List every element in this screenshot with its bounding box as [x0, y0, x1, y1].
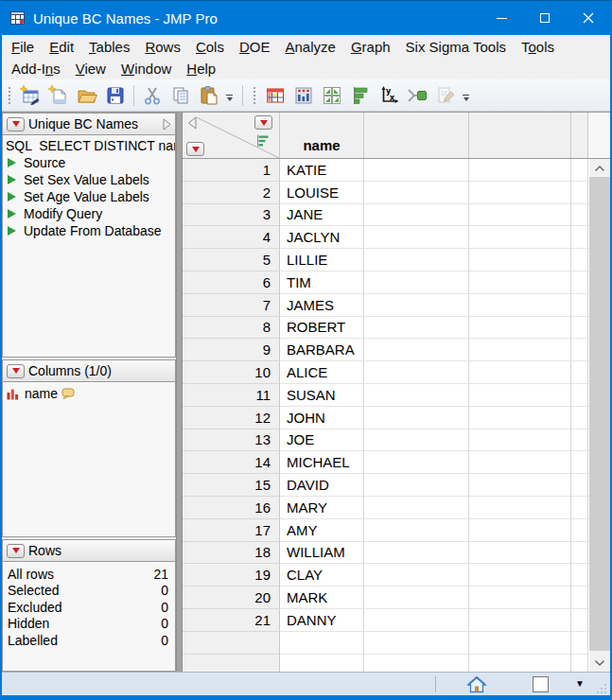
row-number-cell[interactable]: 3 [183, 204, 280, 227]
empty-cell[interactable] [571, 586, 588, 609]
open-file-icon[interactable] [76, 84, 98, 107]
name-cell[interactable]: AMY [280, 519, 364, 542]
copy-icon[interactable] [169, 84, 192, 107]
empty-cell[interactable] [571, 407, 588, 429]
rows-stat-item[interactable]: Hidden 0 [3, 616, 175, 633]
name-cell[interactable]: BARBARA [280, 339, 364, 361]
row-number-cell[interactable]: 16 [183, 497, 280, 519]
empty-cell[interactable] [469, 226, 571, 249]
empty-cell[interactable] [571, 159, 588, 182]
row-number-cell[interactable]: 1 [183, 159, 280, 182]
menu-item[interactable]: Rows [137, 39, 188, 55]
name-cell[interactable]: JAMES [280, 294, 364, 317]
name-cell[interactable]: LILLIE [280, 249, 364, 271]
empty-cell[interactable] [571, 564, 588, 586]
column-list-item[interactable]: name [3, 384, 175, 403]
table-script-item[interactable]: Source [3, 154, 175, 171]
name-cell[interactable]: MICHAEL [280, 451, 364, 474]
empty-cell[interactable] [364, 226, 469, 249]
rows-stat-item[interactable]: Labelled 0 [3, 632, 175, 649]
maximize-button[interactable] [523, 1, 567, 35]
new-script-window-icon[interactable] [47, 84, 70, 107]
name-cell[interactable]: KATIE [280, 159, 364, 182]
row-number-cell[interactable]: 21 [183, 609, 280, 632]
empty-cell[interactable] [469, 474, 571, 497]
empty-cell[interactable] [364, 159, 469, 182]
vertical-scrollbar[interactable] [589, 159, 610, 672]
name-cell[interactable]: SUSAN [280, 384, 364, 407]
rows-stat-item[interactable]: Excluded 0 [3, 599, 175, 616]
menu-item[interactable]: DOE [232, 39, 278, 55]
menu-item[interactable]: Add-Ins [4, 61, 68, 77]
scrollbar-thumb[interactable] [589, 177, 610, 651]
collapse-panel-icon[interactable] [163, 118, 171, 131]
empty-cell[interactable] [364, 586, 469, 609]
panel-splitter[interactable] [176, 113, 183, 672]
name-cell[interactable]: DANNY [280, 609, 364, 632]
empty-cell[interactable] [571, 497, 588, 519]
empty-cell[interactable] [571, 474, 588, 497]
paste-icon[interactable] [198, 84, 220, 107]
name-cell[interactable]: CLAY [280, 564, 364, 586]
table-script-item[interactable]: Modify Query [3, 205, 175, 222]
empty-cell[interactable] [469, 384, 571, 407]
empty-cell[interactable] [571, 204, 588, 227]
menu-item[interactable]: View [68, 61, 114, 77]
row-number-cell[interactable]: 12 [183, 407, 280, 429]
distribution-icon[interactable] [292, 84, 315, 107]
empty-cell[interactable] [469, 249, 571, 271]
empty-cell[interactable] [571, 384, 588, 407]
row-number-cell[interactable]: 8 [183, 317, 280, 340]
name-cell[interactable]: DAVID [280, 474, 364, 497]
row-number-cell[interactable]: 19 [183, 564, 280, 586]
column-header-empty[interactable] [571, 113, 588, 158]
menu-item[interactable]: Tables [81, 39, 137, 55]
row-number-cell[interactable]: 18 [183, 542, 280, 565]
menu-item[interactable]: Window [114, 61, 179, 77]
empty-cell[interactable] [364, 384, 469, 407]
empty-cell[interactable] [364, 407, 469, 429]
empty-cell[interactable] [571, 226, 588, 249]
row-number-cell[interactable]: 4 [183, 226, 280, 249]
empty-cell[interactable] [469, 361, 571, 384]
edit-script-icon[interactable] [434, 84, 457, 107]
row-number-cell[interactable]: 10 [183, 361, 280, 384]
name-cell[interactable]: ROBERT [280, 317, 364, 340]
menu-item[interactable]: Tools [514, 39, 562, 55]
cut-icon[interactable] [141, 84, 164, 107]
scroll-down-button[interactable] [589, 654, 610, 672]
empty-cell[interactable] [571, 451, 588, 474]
row-number-cell[interactable]: 2 [183, 182, 280, 204]
row-number-cell[interactable]: 9 [183, 339, 280, 361]
empty-cell[interactable] [469, 429, 571, 452]
rows-stat-item[interactable]: Selected 0 [3, 583, 175, 600]
empty-cell[interactable] [364, 339, 469, 361]
axes-y-x-icon[interactable]: y x [377, 84, 400, 107]
empty-cell[interactable] [469, 204, 571, 227]
name-cell[interactable]: JACLYN [280, 226, 364, 249]
toolbar-drag-grip[interactable] [8, 86, 11, 105]
column-header-name[interactable]: name [280, 113, 364, 158]
empty-cell[interactable] [469, 609, 571, 632]
scroll-up-button[interactable] [589, 159, 610, 177]
empty-cell[interactable] [469, 407, 571, 429]
empty-cell[interactable] [571, 339, 588, 361]
table-script-item[interactable]: Set Age Value Labels [3, 188, 175, 205]
query-builder-icon[interactable] [406, 84, 428, 107]
row-number-cell[interactable]: 11 [183, 384, 280, 407]
empty-cell[interactable] [571, 429, 588, 452]
status-dropdown-caret[interactable]: ▼ [575, 679, 585, 689]
empty-cell[interactable] [571, 271, 588, 294]
menu-item[interactable]: File [4, 39, 42, 55]
empty-cell[interactable] [364, 474, 469, 497]
menu-item[interactable]: Edit [42, 39, 81, 55]
menu-item[interactable]: Six Sigma Tools [398, 39, 514, 55]
row-number-cell[interactable]: 13 [183, 429, 280, 452]
empty-cell[interactable] [364, 182, 469, 204]
save-icon[interactable] [104, 84, 127, 107]
empty-cell[interactable] [469, 339, 571, 361]
column-header-empty[interactable] [469, 113, 571, 158]
empty-cell[interactable] [469, 497, 571, 519]
new-data-table-icon[interactable] [19, 84, 42, 107]
red-triangle-button[interactable] [7, 117, 25, 131]
